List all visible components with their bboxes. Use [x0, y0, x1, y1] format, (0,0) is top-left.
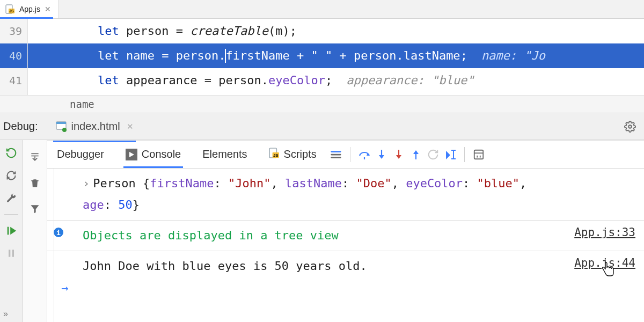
brace: {	[143, 177, 150, 190]
code-line-41[interactable]: let appearance = person.eyeColor;appeara…	[28, 68, 644, 93]
object-value: blue	[477, 177, 519, 190]
refresh-icon[interactable]	[4, 168, 19, 183]
property: eyeColor	[268, 68, 325, 93]
wrench-icon[interactable]	[4, 191, 19, 206]
resume-icon[interactable]	[4, 223, 19, 238]
comma: ,	[392, 177, 406, 190]
semicolon: ;	[325, 68, 332, 93]
identifier: person	[126, 19, 169, 43]
code-line-40[interactable]: let name = person.firstName + " " + pers…	[28, 43, 644, 68]
semicolon: ;	[460, 43, 467, 68]
close-icon[interactable]: ✕	[127, 122, 134, 131]
object-type: Person	[93, 177, 143, 190]
scroll-to-end-icon[interactable]	[27, 150, 42, 165]
line-number: 39	[0, 19, 22, 43]
comma: ,	[270, 177, 285, 190]
tab-label: Console	[142, 148, 181, 160]
js-file-icon: JS	[5, 4, 15, 14]
identifier: person	[354, 43, 396, 68]
svg-rect-4	[56, 122, 66, 124]
svg-marker-8	[10, 227, 16, 235]
gear-icon[interactable]	[623, 119, 638, 134]
console-output[interactable]: ›Person {firstName: John, lastName: Doe,…	[47, 169, 644, 322]
svg-point-5	[62, 128, 67, 132]
source-link[interactable]: App.js:33	[574, 226, 635, 239]
svg-marker-26	[396, 155, 401, 159]
console-prompt[interactable]: →	[47, 281, 644, 295]
identifier: appearance	[126, 68, 197, 93]
rerun-icon[interactable]	[4, 145, 19, 160]
drop-frame-icon[interactable]	[443, 147, 458, 162]
svg-rect-9	[9, 250, 10, 257]
breadcrumb-item[interactable]: name	[70, 98, 94, 110]
filter-icon[interactable]	[27, 201, 42, 216]
code-lines[interactable]: let person = createTable(m); let name = …	[28, 19, 644, 95]
list-lines-icon[interactable]	[328, 147, 343, 162]
identifier: person	[176, 43, 218, 68]
inline-value-hint: name: "Jo	[481, 43, 545, 68]
operator: =	[155, 43, 176, 68]
object-value: 50	[118, 198, 133, 211]
console-entry-info[interactable]: i Objects are displayed in a tree view A…	[47, 220, 644, 251]
evaluate-icon[interactable]	[471, 147, 486, 162]
tab-elements[interactable]: Elements	[193, 141, 257, 168]
expand-chevrons-icon[interactable]: »	[3, 309, 8, 319]
dot: .	[218, 43, 225, 68]
force-step-into-icon[interactable]	[391, 147, 406, 162]
chevron-right-icon[interactable]: ›	[83, 177, 90, 190]
operator: +	[290, 43, 311, 68]
console-tabs: Debugger Console Elements JS	[47, 141, 644, 169]
separator	[350, 147, 350, 162]
step-out-icon[interactable]	[408, 147, 423, 162]
identifier: name	[126, 43, 155, 68]
separator	[464, 147, 465, 162]
console-entry-log[interactable]: John Doe with blue eyes is 50 years old.…	[47, 251, 644, 281]
inline-value-hint: appearance: "blue"	[346, 68, 474, 93]
file-tab-label: App.js	[19, 5, 40, 13]
paren: (	[268, 19, 275, 43]
svg-marker-24	[379, 155, 384, 159]
log-message: John Doe with blue eyes is 50 years old.	[83, 259, 367, 273]
js-file-icon: JS	[269, 148, 280, 161]
tab-console[interactable]: Console	[116, 141, 191, 168]
console-entry-object[interactable]: ›Person {firstName: John, lastName: Doe,…	[47, 169, 644, 220]
object-value: John	[228, 177, 270, 190]
svg-marker-28	[413, 150, 419, 154]
comma: ,	[519, 177, 526, 190]
object-key: age	[83, 198, 104, 211]
brace: }	[133, 198, 140, 211]
file-tab-appjs[interactable]: JS App.js ✕	[0, 0, 59, 18]
svg-marker-14	[31, 205, 39, 213]
tab-scripts[interactable]: JS Scripts	[259, 141, 326, 168]
code-editor[interactable]: 39 40 41 let person = createTable(m); le…	[0, 19, 644, 95]
breadcrumb[interactable]: name	[0, 95, 644, 113]
svg-text:JS: JS	[9, 9, 14, 13]
property: lastName	[404, 43, 460, 68]
trash-icon[interactable]	[27, 175, 42, 191]
svg-marker-15	[129, 152, 134, 157]
debug-toolwindow-header: Debug: index.html ✕	[0, 113, 644, 140]
object-key: eyeColor	[406, 177, 463, 190]
editor-tabs: JS App.js ✕	[0, 0, 644, 19]
keyword: let	[98, 19, 126, 43]
console-side-toolbar	[23, 140, 47, 322]
debug-body: Debugger Console Elements JS	[0, 140, 644, 322]
close-icon[interactable]: ✕	[45, 5, 51, 13]
pause-icon[interactable]	[4, 246, 19, 261]
code-line-39[interactable]: let person = createTable(m);	[28, 19, 644, 43]
svg-rect-10	[12, 250, 13, 257]
run-to-cursor-disabled-icon	[426, 147, 441, 162]
line-gutter: 39 40 41	[0, 19, 28, 95]
property: firstName	[225, 43, 289, 68]
tab-label: Scripts	[284, 148, 317, 160]
tab-debugger[interactable]: Debugger	[47, 141, 114, 168]
debug-session-tab[interactable]: index.html ✕	[53, 117, 136, 136]
identifier: person	[218, 68, 261, 93]
object-key: firstName	[150, 177, 214, 190]
source-link[interactable]: App.js:44	[574, 257, 635, 269]
line-number: 41	[0, 68, 22, 93]
step-into-icon[interactable]	[374, 147, 389, 162]
step-over-icon[interactable]	[357, 147, 372, 162]
svg-point-6	[628, 125, 632, 128]
operator: =	[197, 68, 218, 93]
